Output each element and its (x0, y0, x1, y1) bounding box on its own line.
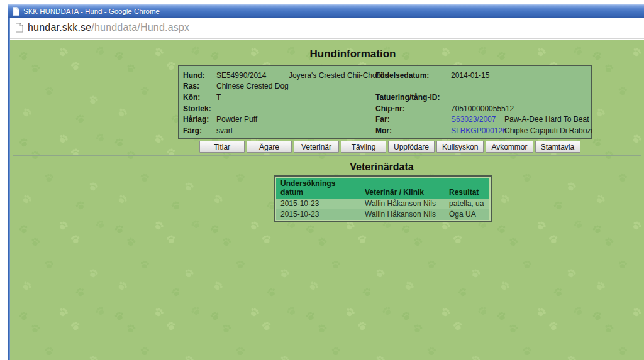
info-row-far: Far: S63023/2007 Paw-A-Dee Hard To Beat (375, 114, 589, 125)
field-label: Kön: (183, 93, 216, 102)
page-content: Hundinformation Hund: SE54990/2014 Joyer… (10, 40, 644, 360)
mor-name: Chipke Cajaputi Di Rabozi (504, 126, 592, 135)
field-label: Mor: (375, 126, 451, 135)
nav-button-uppfodare[interactable]: Uppfödare (388, 141, 435, 153)
field-label: Färg: (183, 126, 216, 135)
vet-cell-resultat: Öga UA (445, 209, 489, 220)
nav-button-avkommor[interactable]: Avkommor (486, 141, 533, 153)
vet-cell-datum: 2015-10-23 (276, 199, 360, 209)
nav-button-agare[interactable]: Ägare (247, 141, 292, 153)
field-label: Hårlag: (183, 115, 216, 124)
nav-button-veterinar[interactable]: Veterinär (294, 141, 339, 153)
vet-table-row: 2015-10-23 Wallin Håkanson Nils patella,… (276, 199, 489, 209)
vet-cell-resultat: patella, ua (445, 199, 489, 209)
field-label: Chip-nr: (375, 104, 451, 113)
info-row-hund: Hund: SE54990/2014 Joyera's Crested Chii… (183, 70, 372, 81)
field-label: Hund: (183, 71, 216, 80)
urlbar[interactable]: hundar.skk.se/hunddata/Hund.aspx (10, 18, 644, 39)
horizontal-divider (13, 155, 641, 156)
window-title: SKK HUNDDATA - Hund - Google Chrome (23, 8, 160, 15)
vet-cell-klinik: Wallin Håkanson Nils (360, 209, 445, 220)
field-value: 2014-01-15 (451, 71, 489, 80)
field-value: T (216, 93, 221, 102)
far-name: Paw-A-Dee Hard To Beat (504, 115, 589, 124)
info-row-farg: Färg: svart (183, 125, 372, 136)
info-row-harlag: Hårlag: Powder Puff (183, 114, 372, 125)
info-row-empty (375, 81, 589, 92)
vet-cell-datum: 2015-10-23 (276, 209, 360, 220)
far-regnr-link[interactable]: S63023/2007 (451, 115, 496, 124)
nav-button-row: Titlar Ägare Veterinär Tävling Uppfödare… (199, 141, 580, 153)
vet-table-row: 2015-10-23 Wallin Håkanson Nils Öga UA (276, 209, 489, 220)
info-row-kon: Kön: T (183, 92, 372, 103)
field-value: svart (216, 126, 233, 135)
info-row-chipnr: Chip-nr: 705100000055512 (375, 103, 589, 114)
dog-info-table: Hund: SE54990/2014 Joyera's Crested Chii… (178, 65, 592, 139)
nav-button-stamtavla[interactable]: Stamtavla (535, 141, 580, 153)
field-label: Födelsedatum: (375, 71, 451, 80)
field-label: Ras: (183, 82, 216, 90)
vet-header-row: Undersöknings datum Veterinär / Klinik R… (276, 178, 489, 199)
info-row-mor: Mor: SLRKGP000126 Chipke Cajaputi Di Rab… (375, 125, 589, 136)
window-titlebar[interactable]: SKK HUNDDATA - Hund - Google Chrome (8, 4, 644, 18)
dog-name: Joyera's Crested Chii-Chobits (289, 71, 388, 80)
nav-button-kullsyskon[interactable]: Kullsyskon (436, 141, 484, 153)
nav-button-tavling[interactable]: Tävling (341, 141, 386, 153)
info-row-storlek: Storlek: (183, 103, 372, 114)
info-row-ras: Ras: Chinese Crested Dog (183, 81, 372, 92)
vet-header-resultat: Resultat (445, 178, 489, 199)
dog-regnr: SE54990/2014 (216, 71, 289, 80)
field-value: 705100000055512 (451, 104, 514, 113)
vet-header-klinik: Veterinär / Klinik (360, 178, 445, 199)
info-row-fodelsedatum: Födelsedatum: 2014-01-15 (375, 70, 589, 81)
page-title: Hundinformation (101, 48, 604, 60)
vet-data-table: Undersöknings datum Veterinär / Klinik R… (274, 175, 492, 222)
vet-section-title: Veterinärdata (256, 161, 508, 173)
document-icon (15, 23, 23, 33)
info-row-tatuering: Tatuering/tång-ID: (375, 92, 589, 103)
mor-regnr-link[interactable]: SLRKGP000126 (451, 126, 507, 135)
vet-cell-klinik: Wallin Håkanson Nils (360, 199, 445, 209)
nav-button-titlar[interactable]: Titlar (199, 141, 245, 153)
field-label: Far: (375, 115, 451, 124)
page-document-icon (13, 7, 19, 16)
url-input[interactable]: hundar.skk.se/hunddata/Hund.aspx (28, 22, 189, 33)
dog-info-right-column: Födelsedatum: 2014-01-15 Tatuering/tång-… (375, 70, 589, 136)
field-label: Storlek: (183, 104, 216, 113)
vet-header-datum: Undersöknings datum (276, 178, 360, 199)
field-value: Powder Puff (216, 115, 257, 124)
field-label: Tatuering/tång-ID: (375, 93, 451, 102)
url-host: hundar.skk.se (28, 22, 91, 33)
field-value: Chinese Crested Dog (216, 82, 289, 90)
url-path: /hunddata/Hund.aspx (91, 22, 189, 33)
dog-info-left-column: Hund: SE54990/2014 Joyera's Crested Chii… (183, 70, 372, 136)
